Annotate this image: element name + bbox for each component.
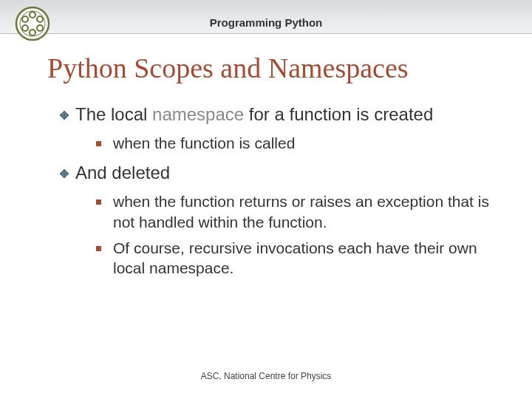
footer-text: ASC, National Centre for Physics (0, 371, 532, 381)
bullet-level2: when the function returns or raises an e… (96, 191, 502, 232)
bullet-level2: Of course, recursive invocations each ha… (96, 238, 502, 279)
institution-logo (15, 6, 50, 41)
square-bullet-icon (96, 200, 101, 205)
slide-title: Python Scopes and Namespaces (47, 52, 409, 84)
bullet-text: And deleted (75, 162, 170, 184)
bullet-text: when the function is called (113, 133, 295, 153)
square-bullet-icon (96, 141, 101, 146)
square-bullet-icon (96, 246, 101, 251)
bullet-level1: The local namespace for a function is cr… (59, 103, 502, 126)
header-title: Programming Python (0, 16, 532, 29)
content-area: The local namespace for a function is cr… (59, 103, 502, 284)
bullet-text: Of course, recursive invocations each ha… (113, 238, 502, 279)
diamond-bullet-icon (59, 168, 69, 179)
bullet-level2: when the function is called (96, 133, 502, 153)
bullet-text: The local namespace for a function is cr… (75, 103, 433, 126)
bullet-text: when the function returns or raises an e… (113, 191, 502, 232)
diamond-bullet-icon (59, 110, 69, 120)
bullet-level1: And deleted (59, 162, 502, 184)
